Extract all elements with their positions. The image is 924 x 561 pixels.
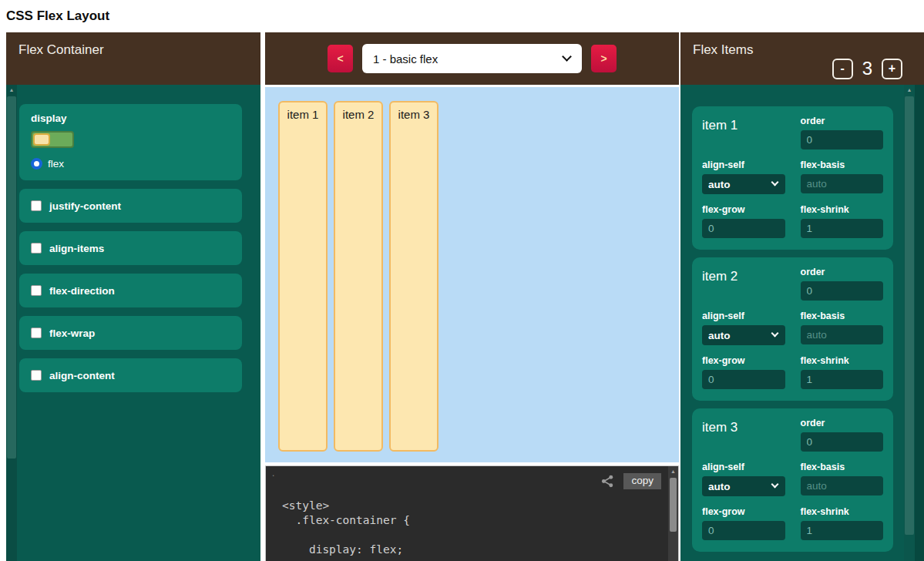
- flex-grow-input[interactable]: [702, 370, 785, 389]
- page-title: CSS Flex Layout: [0, 0, 924, 32]
- decrease-items-button[interactable]: -: [832, 59, 853, 79]
- flex-shrink-input[interactable]: [801, 219, 884, 238]
- order-label: order: [801, 418, 884, 428]
- flex-items-panel: Flex Items - 3 + item 1 order align-self: [680, 32, 924, 561]
- share-icon[interactable]: [600, 474, 615, 489]
- scroll-up-icon[interactable]: ▲: [904, 87, 915, 93]
- display-toggle-knob[interactable]: [33, 133, 50, 146]
- left-scrollbar-thumb[interactable]: [7, 96, 16, 459]
- item-3-card: item 3 order align-self auto: [692, 408, 893, 552]
- display-label: display: [31, 113, 230, 124]
- flex-shrink-label: flex-shrink: [801, 204, 884, 215]
- right-panel-scrollbar[interactable]: ▲: [904, 85, 915, 561]
- flex-grow-input[interactable]: [702, 219, 785, 238]
- flex-grow-label: flex-grow: [702, 506, 785, 517]
- align-self-label: align-self: [702, 160, 785, 170]
- align-items-label: align-items: [49, 243, 104, 254]
- flex-grow-label: flex-grow: [702, 204, 785, 215]
- flex-container-preview: item 1 item 2 item 3: [265, 87, 679, 462]
- flex-wrap-label: flex-wrap: [49, 328, 95, 339]
- item-1-align-self-field: align-self auto: [702, 160, 785, 194]
- item-2-order-field: order: [801, 267, 884, 301]
- example-nav-header: < 1 - basic flex >: [265, 32, 679, 85]
- display-toggle[interactable]: [31, 131, 74, 148]
- item-2-flex-shrink-field: flex-shrink: [801, 355, 884, 389]
- order-input[interactable]: [801, 281, 884, 301]
- item-3-flex-shrink-field: flex-shrink: [801, 506, 884, 540]
- flex-container-panel: Flex Container display flex justify-cont…: [6, 32, 260, 561]
- preview-item-1: item 1: [278, 101, 328, 452]
- align-self-label: align-self: [702, 311, 785, 321]
- flex-radio-label: flex: [48, 158, 64, 170]
- justify-content-card[interactable]: justify-content: [19, 189, 242, 223]
- flex-radio[interactable]: [31, 158, 42, 170]
- flex-basis-label: flex-basis: [801, 311, 884, 321]
- align-self-label: align-self: [702, 462, 785, 472]
- item-3-order-field: order: [801, 418, 884, 452]
- flex-direction-checkbox[interactable]: [31, 285, 42, 296]
- item-1-card: item 1 order align-self auto: [692, 106, 893, 250]
- item-2-title: item 2: [702, 267, 785, 301]
- playground-column: < 1 - basic flex > item 1 item 2 item 3 …: [265, 32, 679, 561]
- code-scrollbar[interactable]: ▲: [668, 466, 678, 561]
- next-example-button[interactable]: >: [591, 45, 617, 72]
- display-card: display flex: [19, 104, 242, 180]
- align-content-card[interactable]: align-content: [19, 358, 242, 392]
- align-self-select[interactable]: auto: [702, 325, 785, 345]
- flex-shrink-input[interactable]: [801, 370, 884, 389]
- item-1-flex-basis-field: flex-basis: [801, 160, 884, 194]
- flex-container-body: display flex justify-content align-item: [6, 85, 260, 561]
- flex-basis-input[interactable]: [801, 325, 884, 344]
- flex-shrink-input[interactable]: [801, 521, 884, 540]
- item-1-title: item 1: [702, 116, 785, 149]
- flex-items-body: item 1 order align-self auto: [680, 85, 924, 561]
- code-panel: . copy <style> .flex-container { display…: [265, 465, 679, 561]
- code-scrollbar-thumb[interactable]: [670, 478, 677, 532]
- item-3-flex-basis-field: flex-basis: [801, 462, 884, 496]
- code-toolbar: copy: [600, 473, 661, 489]
- flex-direction-card[interactable]: flex-direction: [19, 274, 242, 307]
- order-input[interactable]: [801, 130, 884, 149]
- align-self-select[interactable]: auto: [702, 476, 785, 496]
- flex-wrap-card[interactable]: flex-wrap: [19, 316, 242, 350]
- item-count: 3: [862, 58, 872, 79]
- align-items-checkbox[interactable]: [31, 243, 42, 254]
- flex-container-scroll-area: display flex justify-content align-item: [6, 85, 250, 561]
- item-1-flex-shrink-field: flex-shrink: [801, 204, 884, 238]
- main-layout: Flex Container display flex justify-cont…: [0, 32, 924, 561]
- flex-basis-input[interactable]: [801, 476, 884, 495]
- item-2-flex-grow-field: flex-grow: [702, 355, 785, 389]
- increase-items-button[interactable]: +: [882, 59, 902, 79]
- left-panel-scrollbar[interactable]: ▲: [6, 85, 17, 561]
- scroll-up-icon[interactable]: ▲: [6, 87, 17, 93]
- scroll-up-icon[interactable]: ▲: [668, 469, 678, 475]
- item-3-flex-grow-field: flex-grow: [702, 506, 785, 540]
- flex-container-title: Flex Container: [18, 42, 104, 57]
- flex-grow-input[interactable]: [702, 521, 785, 540]
- copy-button[interactable]: copy: [623, 473, 661, 489]
- flex-direction-label: flex-direction: [49, 285, 115, 297]
- item-2-card: item 2 order align-self auto: [692, 257, 893, 401]
- prev-example-button[interactable]: <: [328, 45, 353, 72]
- order-label: order: [801, 116, 884, 126]
- align-self-select[interactable]: auto: [702, 174, 785, 194]
- justify-content-label: justify-content: [49, 200, 121, 212]
- order-label: order: [801, 267, 884, 277]
- flex-container-header: Flex Container: [6, 32, 260, 85]
- justify-content-checkbox[interactable]: [31, 200, 42, 211]
- flex-items-header: Flex Items - 3 +: [680, 32, 924, 85]
- flex-basis-label: flex-basis: [801, 462, 884, 472]
- align-content-label: align-content: [49, 370, 115, 381]
- flex-wrap-checkbox[interactable]: [31, 328, 42, 338]
- code-dot: .: [272, 468, 274, 479]
- flex-grow-label: flex-grow: [702, 355, 785, 366]
- right-scrollbar-thumb[interactable]: [905, 96, 914, 535]
- align-items-card[interactable]: align-items: [19, 231, 242, 265]
- order-input[interactable]: [801, 432, 884, 452]
- flex-basis-input[interactable]: [801, 174, 884, 193]
- example-select[interactable]: 1 - basic flex: [362, 44, 582, 73]
- preview-item-2: item 2: [334, 101, 383, 452]
- flex-basis-label: flex-basis: [801, 160, 884, 170]
- align-content-checkbox[interactable]: [31, 370, 42, 381]
- item-2-align-self-field: align-self auto: [702, 311, 785, 345]
